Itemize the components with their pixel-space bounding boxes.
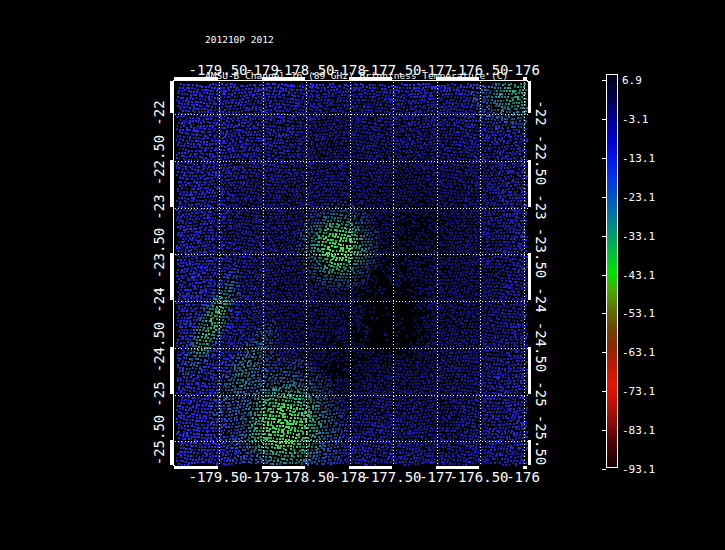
y-tick-label-left: -25 [151,381,167,406]
colorbar-tick-mark [602,391,606,392]
y-tick-label-right: -25.50 [533,415,549,466]
x-tick-label-bottom: -178.50 [275,469,334,485]
x-tick-label-top: -176.50 [449,62,508,78]
x-tick-label-bottom: -179.50 [188,469,247,485]
border-dash [170,440,173,465]
y-tick-label-right: -24 [533,287,549,312]
x-tick-label-bottom: -177 [419,469,453,485]
colorbar-gradient [607,75,617,467]
border-dash [262,466,305,469]
border-dash [262,77,305,80]
x-tick-label-top: -179.50 [188,62,247,78]
border-dash [528,253,531,300]
y-tick-label-left: -22.50 [151,135,167,186]
colorbar-tick-mark [602,119,606,120]
y-tick-label-right: -22 [533,100,549,125]
x-tick-label-top: -177 [419,62,453,78]
colorbar-tick-mark [602,158,606,159]
colorbar-tick-mark [602,430,606,431]
colorbar-tick-label: -13.1 [622,151,655,164]
colorbar-tick-mark [602,236,606,237]
y-tick-label-right: -23.50 [533,228,549,279]
border-dash [174,77,218,80]
border-dash [170,347,173,394]
x-tick-label-top: -177.50 [362,62,421,78]
colorbar-tick-mark [602,275,606,276]
colorbar-tick-label: -33.1 [622,229,655,242]
border-dash [170,253,173,300]
brightness-temperature-map [175,82,528,466]
y-tick-label-left: -23 [151,194,167,219]
y-tick-label-right: -24.50 [533,322,549,373]
x-tick-label-top: -179 [245,62,279,78]
x-tick-label-top: -178 [332,62,366,78]
screenshot-root: 201210P 2012 AMSU-B Channel 16 (89 GHz) … [0,0,725,550]
colorbar-tick-label: -93.1 [622,463,655,476]
border-dash [349,77,392,80]
border-dash [528,347,531,394]
y-tick-label-left: -25.50 [151,415,167,466]
colorbar-tick-label: 6.9 [622,74,642,87]
y-tick-label-right: -22.50 [533,135,549,186]
y-tick-label-right: -23 [533,194,549,219]
border-dash [528,440,531,465]
colorbar-tick-mark [602,352,606,353]
y-tick-label-left: -23.50 [151,228,167,279]
title-storm-id: 201210P 2012 [205,34,508,46]
border-dash [174,466,218,469]
border-dash [528,160,531,207]
x-tick-label-bottom: -177.50 [362,469,421,485]
border-dash [349,466,392,469]
colorbar [606,74,618,468]
colorbar-tick-label: -73.1 [622,385,655,398]
map-plot-frame [173,80,528,466]
colorbar-tick-label: -23.1 [622,190,655,203]
x-tick-label-bottom: -179 [245,469,279,485]
colorbar-tick-label: -63.1 [622,346,655,359]
colorbar-tick-mark [602,469,606,470]
x-tick-label-bottom: -176.50 [449,469,508,485]
x-tick-label-top: -176 [506,62,540,78]
border-dash [436,466,479,469]
colorbar-tick-label: -3.1 [622,112,649,125]
x-tick-label-bottom: -176 [506,469,540,485]
y-tick-label-left: -24.50 [151,322,167,373]
colorbar-tick-mark [602,197,606,198]
border-dash [523,466,527,469]
x-tick-label-top: -178.50 [275,62,334,78]
colorbar-tick-mark [602,313,606,314]
colorbar-tick-label: -83.1 [622,424,655,437]
border-dash [170,81,173,113]
colorbar-tick-mark [602,80,606,81]
x-tick-label-bottom: -178 [332,469,366,485]
colorbar-tick-label: -43.1 [622,268,655,281]
y-tick-label-left: -24 [151,287,167,312]
y-tick-label-right: -25 [533,381,549,406]
colorbar-tick-label: -53.1 [622,307,655,320]
border-dash [436,77,479,80]
border-dash [523,77,527,80]
y-tick-label-left: -22 [151,100,167,125]
border-dash [170,160,173,207]
border-dash [528,81,531,113]
